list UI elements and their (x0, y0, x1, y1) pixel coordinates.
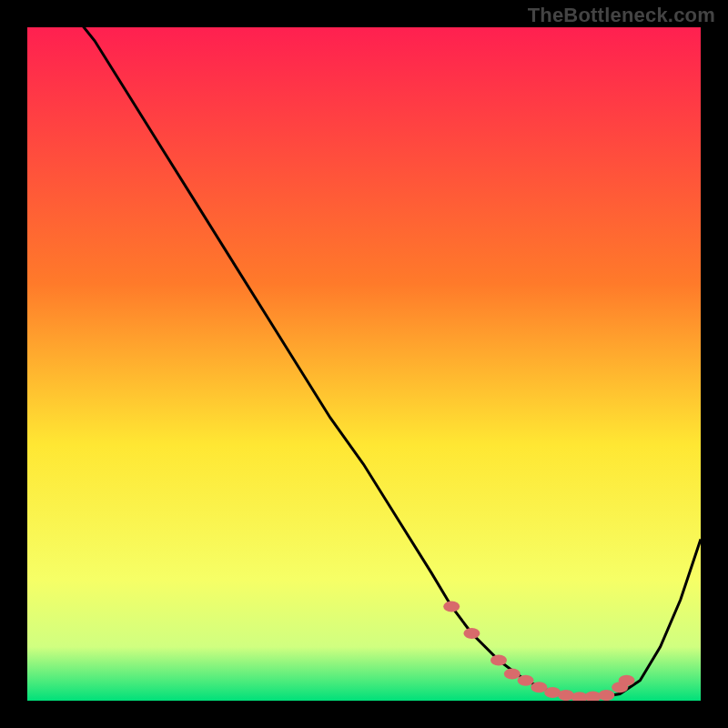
plot-svg (27, 27, 701, 701)
gradient-background (27, 27, 701, 701)
plot-area (27, 27, 701, 701)
marker-dot (598, 690, 614, 701)
marker-dot (518, 675, 534, 686)
marker-dot (619, 675, 635, 686)
marker-dot (463, 628, 480, 639)
marker-dot (490, 655, 507, 666)
marker-dot (504, 668, 521, 679)
watermark-text: TheBottleneck.com (528, 4, 715, 27)
marker-dot (443, 601, 460, 612)
chart-frame: TheBottleneck.com (0, 0, 728, 728)
